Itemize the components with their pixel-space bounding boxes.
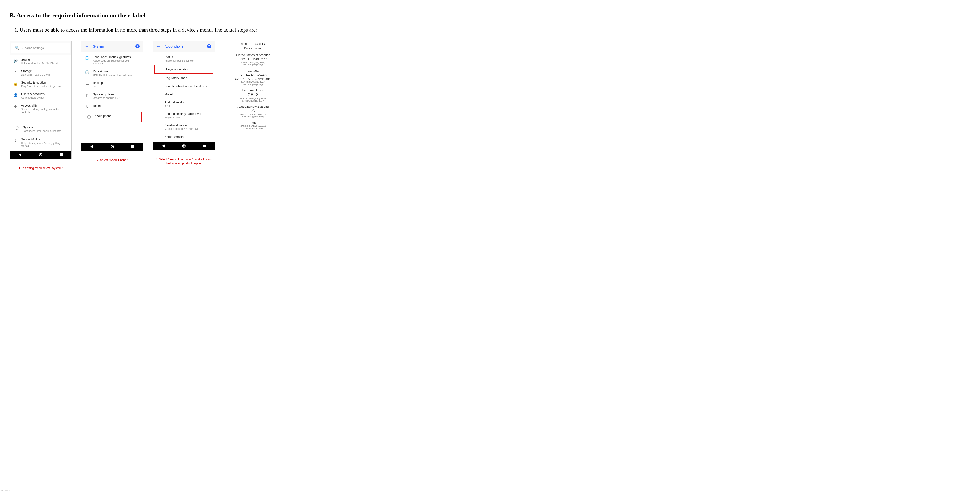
- screen3-col: ← About phone ? StatusPhone number, sign…: [153, 41, 215, 165]
- screen3-title: About phone: [164, 45, 207, 48]
- nav-back-icon[interactable]: [90, 145, 93, 148]
- elabel-sar: SAR:0.XXX W/Kg@10g (head)0.XXX W/Kg@10g …: [224, 97, 282, 102]
- nav-back-icon[interactable]: [19, 153, 21, 156]
- back-arrow-icon[interactable]: ←: [85, 44, 89, 49]
- elabel-sar: SAR:0.XXX W/Kg@1g (head)0.XXX W/Kg@1g (b…: [224, 125, 282, 129]
- settings-item[interactable]: Legal information: [154, 65, 213, 73]
- item-title: Languages, input & gestures: [93, 56, 140, 59]
- item-icon: ✚: [13, 104, 18, 109]
- screen2-title: System: [93, 45, 135, 48]
- elabel-sar: SAR:0.XX W/Kg@1g (head)0.XX W/Kg@1g (bod…: [224, 81, 282, 86]
- item-title: Date & time: [93, 70, 132, 73]
- nav-recent-icon[interactable]: [60, 153, 62, 156]
- item-title: Regulatory labels: [164, 76, 188, 80]
- settings-item[interactable]: Send feedback about this device: [153, 82, 215, 90]
- settings-item[interactable]: Regulatory labels: [153, 74, 215, 82]
- item-title: Model: [164, 93, 173, 96]
- settings-item[interactable]: 🔒Security & locationPlay Protect, screen…: [10, 79, 72, 90]
- item-title: Security & location: [21, 81, 61, 84]
- settings-item[interactable]: ↻Reset: [81, 102, 143, 111]
- item-subtitle: Active Edge on, squeeze for your Assista…: [93, 59, 140, 65]
- settings-item[interactable]: ⓘAbout phone: [83, 112, 142, 122]
- back-arrow-icon[interactable]: ←: [156, 44, 161, 49]
- screen1-body: 🔊SoundVolume, vibration, Do Not Disturb≡…: [10, 55, 72, 151]
- item-title: Baseband version: [164, 124, 198, 127]
- settings-item[interactable]: Baseband versionmw8998-001301-1707191854: [153, 121, 215, 133]
- item-icon: ⓘ: [86, 115, 91, 119]
- item-icon: ?: [13, 138, 18, 142]
- elabel-sar: SAR:0.XX W/Kg@1g (head)0.XX W/Kg@1g (bod…: [224, 61, 282, 66]
- screen2-header: ← System ?: [81, 41, 143, 52]
- settings-item[interactable]: ▯System updatesUpdated to Android 8.0.1: [81, 90, 143, 102]
- settings-item[interactable]: ✚AccessibilityScreen readers, display, i…: [10, 102, 72, 116]
- nav-home-icon[interactable]: [39, 153, 42, 156]
- item-title: Users & accounts: [21, 92, 45, 96]
- item-title: System updates: [93, 93, 121, 96]
- item-title: About phone: [95, 115, 111, 118]
- nav-back-icon[interactable]: [162, 144, 165, 148]
- section-heading: B. Access to the required information on…: [10, 12, 970, 19]
- nav-bar: [153, 142, 215, 150]
- item-subtitle: Volume, vibration, Do Not Disturb: [21, 62, 58, 65]
- elabel-line: FCC ID : NM8G011A: [224, 57, 282, 61]
- elabel-region: India: [224, 121, 282, 124]
- item-icon: 🔒: [13, 81, 18, 86]
- screen1-phone: 🔍 Search settings 🔊SoundVolume, vibratio…: [10, 41, 72, 159]
- help-icon[interactable]: ?: [207, 44, 211, 48]
- item-subtitle: 21% used - 50.66 GB free: [21, 73, 50, 76]
- item-title: Android security patch level: [164, 112, 201, 116]
- item-title: Backup: [93, 81, 103, 84]
- settings-item[interactable]: 🔊SoundVolume, vibration, Do Not Disturb: [10, 56, 72, 67]
- settings-item[interactable]: 🕑Date & timeGMT-05:00 Eastern Standard T…: [81, 67, 143, 79]
- settings-item[interactable]: ?Support & tipsHelp articles, phone & ch…: [10, 135, 72, 150]
- elabel-symbol: CE ⚳: [224, 92, 282, 97]
- item-title: Support & tips: [21, 138, 68, 141]
- item-subtitle: mw8998-001301-1707191854: [164, 127, 198, 130]
- screen3-body: StatusPhone number, signal, etc.Legal in…: [153, 52, 215, 142]
- screen3-caption: 3. Select "Leagal Information", and will…: [155, 157, 213, 165]
- elabel-sar: SAR:0.xxx W/Kg@10g (head)0.XXX W/Kg@10g …: [224, 113, 282, 118]
- settings-item[interactable]: 🌐Languages, input & gesturesActive Edge …: [81, 53, 143, 67]
- item-title: Accessibility: [21, 104, 68, 107]
- elabel-made: Made in Taiwan: [224, 46, 282, 49]
- screenshots-row: 🔍 Search settings 🔊SoundVolume, vibratio…: [10, 41, 970, 170]
- item-icon: ☁: [85, 82, 89, 86]
- screen1-caption: 1. In Setting Menu select "System": [19, 166, 62, 170]
- settings-item[interactable]: Kernel version: [153, 133, 215, 141]
- settings-item[interactable]: Model: [153, 90, 215, 99]
- item-icon: ↻: [85, 105, 89, 109]
- help-icon[interactable]: ?: [135, 44, 140, 48]
- nav-bar: [81, 143, 143, 151]
- settings-item[interactable]: ☁BackupOff: [81, 79, 143, 90]
- item-title: Sound: [21, 58, 58, 61]
- search-bar[interactable]: 🔍 Search settings: [11, 43, 70, 53]
- rcm-icon: [251, 109, 255, 112]
- item-icon: ⓘ: [15, 126, 19, 130]
- elabel-model: MODEL : G011A: [224, 42, 282, 46]
- elabel-region: Australia/New Zealand: [224, 105, 282, 108]
- settings-item[interactable]: Android security patch levelAugust 5, 20…: [153, 110, 215, 121]
- elabel-line: CAN ICES-3(B)/NMB-3(B): [224, 77, 282, 81]
- item-title: Legal information: [166, 68, 189, 71]
- item-subtitle: Play Protect, screen lock, fingerprint: [21, 85, 61, 87]
- item-title: Kernel version: [164, 135, 184, 138]
- screen2-caption: 2. Select "About Phone": [97, 158, 127, 162]
- nav-home-icon[interactable]: [111, 145, 114, 148]
- settings-item[interactable]: ≡Storage21% used - 50.66 GB free: [10, 67, 72, 79]
- item-icon: 🔊: [13, 59, 18, 63]
- item-subtitle: Screen readers, display, interaction con…: [21, 108, 68, 113]
- nav-recent-icon[interactable]: [203, 145, 206, 147]
- screen1-col: 🔍 Search settings 🔊SoundVolume, vibratio…: [10, 41, 72, 170]
- item-subtitle: Phone number, signal, etc.: [164, 59, 194, 62]
- settings-item[interactable]: ⓘSystemLanguages, time, backup, updates: [11, 123, 70, 135]
- item-title: System: [23, 126, 61, 129]
- settings-item[interactable]: 👤Users & accountsCurrent user: Owner: [10, 90, 72, 102]
- nav-recent-icon[interactable]: [131, 145, 134, 148]
- settings-item[interactable]: StatusPhone number, signal, etc.: [153, 53, 215, 65]
- nav-home-icon[interactable]: [182, 144, 186, 148]
- item-title: Send feedback about this device: [164, 84, 208, 88]
- elabel-region: European Union: [224, 88, 282, 92]
- settings-item[interactable]: Android version8.0.1: [153, 99, 215, 110]
- item-subtitle: GMT-05:00 Eastern Standard Time: [93, 73, 132, 76]
- search-placeholder: Search settings: [22, 46, 44, 50]
